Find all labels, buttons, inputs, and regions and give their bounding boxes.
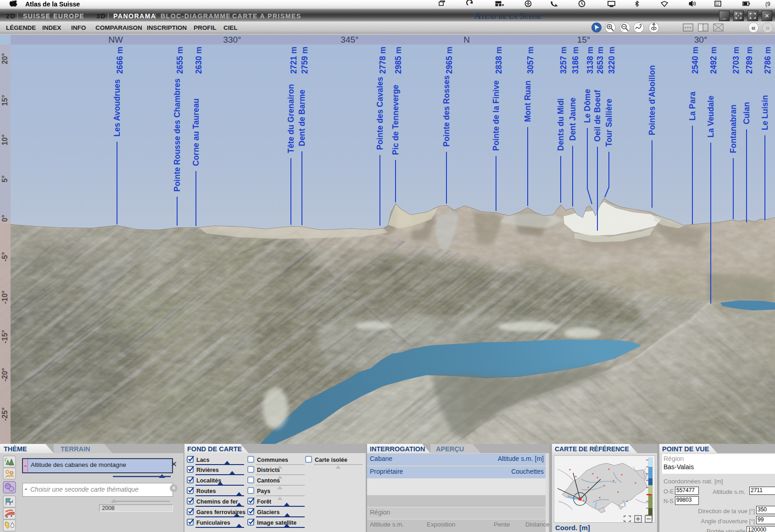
svg-text:Localités: Localités (196, 477, 221, 484)
svg-text:»: » (765, 23, 769, 32)
svg-text:Tour Sallière: Tour Sallière (604, 99, 613, 147)
svg-text:Pointe des Cavales: Pointe des Cavales (375, 77, 385, 150)
svg-text:2492 m: 2492 m (709, 47, 718, 74)
svg-text:2630 m: 2630 m (194, 47, 203, 74)
svg-text:Corne au Taureau: Corne au Taureau (191, 99, 201, 166)
svg-text:Culan: Culan (742, 102, 751, 124)
svg-text:La Veudale: La Veudale (706, 95, 715, 138)
svg-text:30°: 30° (694, 35, 708, 44)
svg-text:2703 m: 2703 m (731, 47, 741, 74)
svg-text:Dent de Barme: Dent de Barme (297, 89, 307, 146)
svg-text:Pointe Rousse des Chambres: Pointe Rousse des Chambres (173, 78, 182, 192)
svg-text:345°: 345° (340, 35, 358, 44)
svg-text:Cantons: Cantons (257, 477, 280, 484)
svg-text:-15°: -15° (1, 330, 9, 344)
svg-text:Gares ferroviaires: Gares ferroviaires (196, 509, 245, 515)
svg-text:Carte isolée: Carte isolée (315, 457, 347, 463)
svg-text:Pointes d'Aboillon: Pointes d'Aboillon (647, 65, 657, 135)
svg-text:La Para: La Para (688, 92, 697, 121)
svg-text:2666 m: 2666 m (115, 47, 124, 74)
svg-text:2786 m: 2786 m (763, 47, 772, 74)
svg-text:-10°: -10° (1, 290, 9, 304)
svg-text:Tête du Grenairon: Tête du Grenairon (286, 84, 296, 153)
svg-text:5°: 5° (1, 175, 9, 182)
svg-text:-20°: -20° (1, 368, 9, 382)
svg-text:Pointe des Rosses: Pointe des Rosses (442, 75, 451, 147)
svg-text:2778 m: 2778 m (378, 47, 387, 74)
svg-text:Routes: Routes (196, 488, 216, 494)
svg-text:3220 m: 3220 m (607, 47, 616, 74)
svg-text:Funiculaires: Funiculaires (196, 520, 230, 526)
svg-text:15°: 15° (1, 95, 9, 106)
svg-text:NW: NW (108, 35, 123, 44)
svg-text:2653 m: 2653 m (596, 47, 605, 74)
svg-text:Chemins de fer: Chemins de fer (196, 499, 238, 505)
svg-text:20°: 20° (1, 53, 9, 64)
svg-text:Rivières: Rivières (196, 467, 219, 473)
svg-text:0°: 0° (1, 215, 9, 222)
svg-text:2838 m: 2838 m (494, 47, 503, 74)
svg-text:N: N (463, 35, 470, 44)
svg-text:2540 m: 2540 m (691, 47, 700, 74)
svg-text:Communes: Communes (257, 457, 288, 463)
svg-text:Fontanabran: Fontanabran (729, 105, 738, 153)
svg-text:2655 m: 2655 m (175, 47, 184, 74)
svg-text:330°: 330° (223, 35, 241, 44)
svg-text:-25°: -25° (1, 407, 9, 421)
svg-text:2721 m: 2721 m (289, 47, 298, 74)
svg-text:2789 m: 2789 m (745, 47, 754, 74)
svg-text:2759 m: 2759 m (300, 47, 309, 74)
svg-text:-5°: -5° (1, 252, 9, 262)
svg-text:Oeil de Boeuf: Oeil de Boeuf (593, 90, 602, 142)
svg-text:Dent Jaune: Dent Jaune (568, 97, 577, 141)
svg-text:Glaciers: Glaciers (257, 509, 279, 515)
svg-text:Districts: Districts (257, 467, 280, 473)
svg-text:Mont Ruan: Mont Ruan (523, 81, 532, 122)
svg-text:«: « (751, 23, 755, 32)
svg-text:Pointe de la Finive: Pointe de la Finive (491, 80, 501, 151)
svg-text:Le Dôme: Le Dôme (583, 89, 592, 123)
svg-text:Image satellite: Image satellite (257, 520, 296, 526)
svg-text:2965 m: 2965 m (445, 47, 454, 74)
svg-text:3138 m: 3138 m (585, 47, 595, 74)
svg-text:10°: 10° (1, 134, 9, 145)
svg-text:Lacs: Lacs (196, 457, 210, 463)
svg-text:2985 m: 2985 m (394, 47, 403, 74)
svg-text:Dents du Midi: Dents du Midi (556, 98, 565, 151)
svg-text:Forêt: Forêt (257, 499, 272, 505)
svg-text:Pic de Tenneverge: Pic de Tenneverge (391, 84, 400, 155)
svg-text:(9: (9 (765, 1, 770, 7)
svg-text:Les Avoudrues: Les Avoudrues (112, 79, 122, 137)
svg-text:3257 m: 3257 m (559, 47, 568, 74)
svg-text:3057 m: 3057 m (526, 47, 535, 74)
svg-text:15°: 15° (577, 35, 591, 44)
svg-text:Le Luisin: Le Luisin (760, 95, 769, 130)
svg-text:Pays: Pays (257, 488, 270, 494)
svg-text:3186 m: 3186 m (571, 47, 580, 74)
